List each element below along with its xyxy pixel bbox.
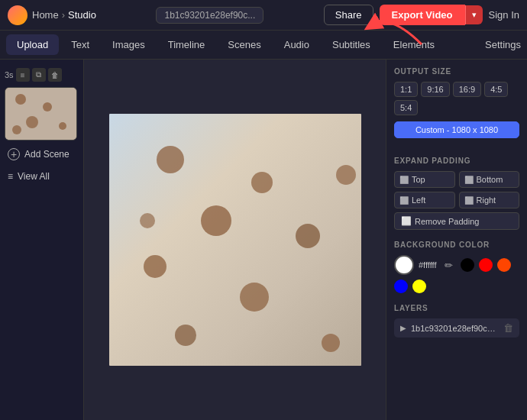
nav-upload[interactable]: Upload (6, 34, 59, 55)
svg-point-6 (12, 125, 21, 134)
size-4-5[interactable]: 4:5 (484, 82, 508, 97)
svg-point-13 (240, 283, 269, 312)
remove-padding-icon: ⬜ (401, 216, 412, 226)
color-blue[interactable] (394, 279, 408, 293)
top-bar-center: 1b1c93201e28ef90c... (102, 7, 318, 24)
padding-right-icon: ⬜ (464, 196, 474, 205)
padding-top-label: Top (412, 175, 425, 184)
bg-color-edit-icon[interactable]: ✏ (441, 257, 456, 273)
svg-point-2 (15, 94, 26, 105)
view-all-icon: ≡ (8, 171, 13, 182)
scene-copy-icon[interactable]: ⧉ (32, 68, 46, 82)
svg-point-14 (175, 325, 196, 346)
layer-name: 1b1c93201e28ef90cac... (411, 324, 499, 333)
scene-list-icon[interactable]: ≡ (16, 68, 30, 82)
view-all-button[interactable]: ≡ View All (5, 168, 79, 185)
svg-point-3 (43, 102, 52, 111)
bg-color-section: BACKGROUND COLOR #ffffff ✏ (394, 241, 519, 293)
breadcrumb-studio: Studio (68, 9, 96, 21)
expand-padding-label: EXPAND PADDING (394, 157, 519, 165)
breadcrumb-separator: › (62, 9, 65, 21)
nav-timeline[interactable]: Timeline (157, 34, 216, 55)
padding-top-icon: ⬜ (399, 176, 409, 184)
nav-text[interactable]: Text (60, 34, 100, 55)
nav-settings[interactable]: Settings (485, 39, 521, 50)
padding-left-label: Left (412, 195, 425, 205)
layer-item[interactable]: ▶ 1b1c93201e28ef90cac... 🗑 (394, 318, 519, 338)
logo-area: Home › Studio (8, 5, 96, 25)
main-area: 3s ≡ ⧉ 🗑 + Add Scene ≡ View A (0, 60, 527, 420)
size-5-4[interactable]: 5:4 (394, 100, 418, 115)
color-red[interactable] (479, 258, 493, 272)
layers-section: LAYERS ▶ 1b1c93201e28ef90cac... 🗑 (394, 304, 519, 338)
color-orange[interactable] (497, 258, 511, 272)
scene-time: 3s (5, 70, 14, 79)
svg-point-5 (59, 122, 66, 130)
color-yellow[interactable] (412, 279, 426, 293)
project-id: 1b1c93201e28ef90c... (156, 7, 264, 24)
padding-bottom-label: Bottom (477, 175, 503, 184)
bg-color-label: BACKGROUND COLOR (394, 241, 519, 249)
thumb-svg (5, 88, 76, 140)
nav-scenes[interactable]: Scenes (217, 34, 271, 55)
nav-subtitles[interactable]: Subtitles (322, 34, 381, 55)
svg-point-8 (157, 146, 184, 173)
export-video-button[interactable]: Export Video (380, 5, 465, 25)
scene-delete-icon[interactable]: 🗑 (48, 68, 62, 82)
bg-color-hex: #ffffff (419, 260, 436, 270)
scene-thumb-image (5, 88, 76, 140)
sign-in-button[interactable]: Sign In (489, 9, 519, 21)
padding-top-button[interactable]: ⬜ Top (394, 171, 455, 188)
size-9-16[interactable]: 9:16 (421, 82, 449, 97)
add-scene-button[interactable]: + Add Scene (5, 144, 79, 165)
svg-point-10 (201, 205, 231, 236)
padding-right-label: Right (477, 195, 496, 205)
view-all-label: View All (18, 171, 50, 182)
padding-bottom-button[interactable]: ⬜ Bottom (459, 171, 520, 188)
nav-images[interactable]: Images (102, 34, 156, 55)
svg-point-9 (251, 172, 273, 193)
custom-size-button[interactable]: Custom - 1080 x 1080 (394, 121, 519, 138)
scene-controls: 3s ≡ ⧉ 🗑 (5, 66, 79, 84)
nav-bar: Upload Text Images Timeline Scenes Audio… (0, 31, 527, 60)
size-options: 1:1 9:16 16:9 4:5 5:4 (394, 82, 519, 115)
padding-grid: ⬜ Top ⬜ Bottom ⬜ Left ⬜ Right (394, 171, 519, 208)
svg-point-16 (140, 213, 155, 228)
top-bar: Home › Studio 1b1c93201e28ef90c... Share… (0, 0, 527, 31)
output-size-label: OUTPUT SIZE (394, 67, 519, 76)
svg-point-12 (144, 255, 167, 278)
remove-padding-button[interactable]: ⬜ Remove Padding (394, 212, 519, 230)
scene-thumbnail[interactable] (5, 87, 77, 141)
svg-point-4 (26, 116, 38, 128)
breadcrumb-home[interactable]: Home (32, 9, 59, 21)
bg-color-swatch[interactable] (394, 255, 414, 275)
remove-padding-label: Remove Padding (415, 217, 479, 226)
color-black[interactable] (461, 258, 474, 272)
padding-bottom-icon: ⬜ (464, 176, 474, 184)
top-bar-right: Share Export Video ▾ Sign In (324, 5, 519, 25)
bg-color-row: #ffffff ✏ (394, 255, 519, 293)
padding-left-button[interactable]: ⬜ Left (394, 192, 455, 208)
nav-elements[interactable]: Elements (383, 34, 445, 55)
output-size-section: OUTPUT SIZE 1:1 9:16 16:9 4:5 5:4 Custom… (394, 67, 519, 146)
padding-left-icon: ⬜ (399, 196, 409, 205)
layer-delete-icon[interactable]: 🗑 (503, 322, 513, 334)
add-scene-icon: + (8, 148, 20, 160)
canvas-image (109, 114, 361, 366)
layer-play-icon: ▶ (400, 324, 406, 332)
left-sidebar: 3s ≡ ⧉ 🗑 + Add Scene ≡ View A (0, 60, 84, 420)
padding-right-button[interactable]: ⬜ Right (459, 192, 520, 208)
svg-rect-7 (109, 114, 361, 366)
size-1-1[interactable]: 1:1 (394, 82, 418, 97)
size-16-9[interactable]: 16:9 (453, 82, 481, 97)
svg-point-11 (296, 224, 320, 248)
app-logo (8, 5, 27, 25)
export-dropdown-button[interactable]: ▾ (465, 5, 483, 24)
nav-audio[interactable]: Audio (273, 34, 320, 55)
add-scene-label: Add Scene (24, 149, 70, 160)
share-button[interactable]: Share (324, 5, 373, 25)
canvas-frame (109, 114, 361, 366)
canvas-svg (109, 114, 361, 366)
layers-label: LAYERS (394, 304, 519, 312)
expand-padding-section: EXPAND PADDING ⬜ Top ⬜ Bottom ⬜ Left ⬜ R… (394, 157, 519, 230)
